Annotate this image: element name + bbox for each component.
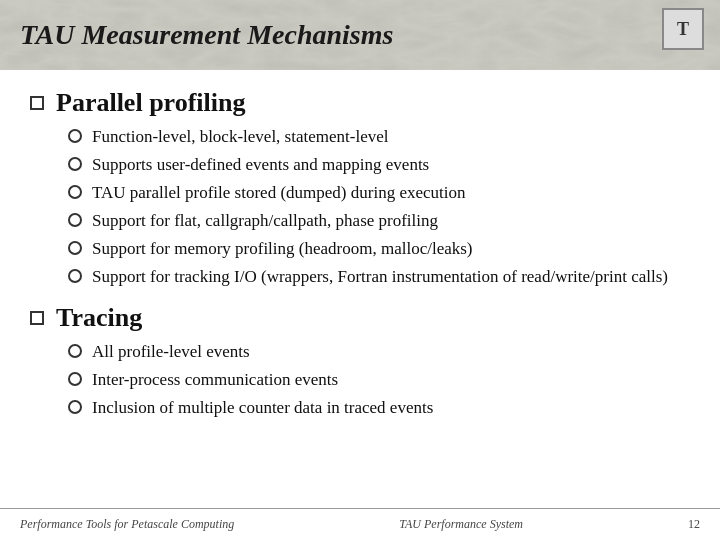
- list-item: Function-level, block-level, statement-l…: [68, 126, 690, 149]
- item-text: Support for tracking I/O (wrappers, Fort…: [92, 266, 690, 289]
- circle-bullet-icon: [68, 157, 82, 171]
- item-text: Support for memory profiling (headroom, …: [92, 238, 690, 261]
- item-text: TAU parallel profile stored (dumped) dur…: [92, 182, 690, 205]
- item-text: Support for flat, callgraph/callpath, ph…: [92, 210, 690, 233]
- circle-bullet-icon: [68, 400, 82, 414]
- slide-header: TAU Measurement Mechanisms T: [0, 0, 720, 70]
- circle-bullet-icon: [68, 269, 82, 283]
- footer-left-text: Performance Tools for Petascale Computin…: [20, 517, 234, 532]
- footer-center-text: TAU Performance System: [399, 517, 523, 532]
- slide: TAU Measurement Mechanisms T Parallel pr…: [0, 0, 720, 540]
- list-item: All profile-level events: [68, 341, 690, 364]
- item-text: Function-level, block-level, statement-l…: [92, 126, 690, 149]
- circle-bullet-icon: [68, 185, 82, 199]
- list-item: Inter-process communication events: [68, 369, 690, 392]
- item-text: Supports user-defined events and mapping…: [92, 154, 690, 177]
- circle-bullet-icon: [68, 344, 82, 358]
- item-text: All profile-level events: [92, 341, 690, 364]
- item-text: Inclusion of multiple counter data in tr…: [92, 397, 690, 420]
- tracing-items-list: All profile-level events Inter-process c…: [30, 341, 690, 420]
- section-header-parallel: Parallel profiling: [30, 88, 690, 118]
- list-item: TAU parallel profile stored (dumped) dur…: [68, 182, 690, 205]
- circle-bullet-icon: [68, 372, 82, 386]
- slide-content: Parallel profiling Function-level, block…: [0, 70, 720, 508]
- section-tracing: Tracing All profile-level events Inter-p…: [30, 303, 690, 420]
- circle-bullet-icon: [68, 129, 82, 143]
- circle-bullet-icon: [68, 241, 82, 255]
- list-item: Supports user-defined events and mapping…: [68, 154, 690, 177]
- slide-footer: Performance Tools for Petascale Computin…: [0, 508, 720, 540]
- slide-title: TAU Measurement Mechanisms: [20, 19, 393, 51]
- section-bullet-square: [30, 311, 44, 325]
- item-text: Inter-process communication events: [92, 369, 690, 392]
- section-header-tracing: Tracing: [30, 303, 690, 333]
- parallel-items-list: Function-level, block-level, statement-l…: [30, 126, 690, 289]
- circle-bullet-icon: [68, 213, 82, 227]
- list-item: Support for tracking I/O (wrappers, Fort…: [68, 266, 690, 289]
- section-bullet-square: [30, 96, 44, 110]
- section-parallel-profiling: Parallel profiling Function-level, block…: [30, 88, 690, 289]
- section-title-parallel: Parallel profiling: [56, 88, 245, 118]
- list-item: Support for flat, callgraph/callpath, ph…: [68, 210, 690, 233]
- header-content: TAU Measurement Mechanisms: [20, 19, 700, 51]
- list-item: Inclusion of multiple counter data in tr…: [68, 397, 690, 420]
- footer-page-number: 12: [688, 517, 700, 532]
- section-title-tracing: Tracing: [56, 303, 142, 333]
- list-item: Support for memory profiling (headroom, …: [68, 238, 690, 261]
